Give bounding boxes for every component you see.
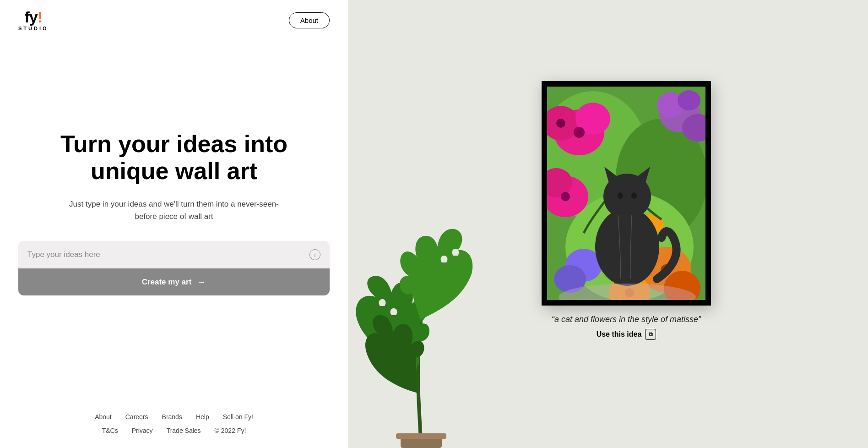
logo-subtitle: STUDIO bbox=[18, 26, 49, 31]
copyright: © 2022 Fy! bbox=[215, 427, 246, 434]
footer-links: About Careers Brands Help Sell on Fy! bbox=[18, 413, 330, 421]
svg-point-31 bbox=[618, 192, 623, 199]
footer-link-tcs[interactable]: T&Cs bbox=[102, 427, 118, 434]
left-panel: fy! STUDIO About Turn your ideas into un… bbox=[0, 0, 348, 448]
footer: About Careers Brands Help Sell on Fy! T&… bbox=[0, 404, 348, 448]
about-button[interactable]: About bbox=[289, 12, 330, 28]
idea-input[interactable] bbox=[27, 250, 309, 259]
footer-link-help[interactable]: Help bbox=[196, 413, 209, 421]
art-frame-container: “a cat and flowers in the style of matis… bbox=[542, 81, 711, 340]
create-button[interactable]: Create my art → bbox=[18, 268, 330, 295]
info-symbol: i bbox=[315, 251, 316, 258]
svg-rect-1 bbox=[396, 433, 446, 439]
svg-point-27 bbox=[595, 208, 659, 286]
info-icon[interactable]: i bbox=[309, 249, 320, 260]
create-button-label: Create my art bbox=[142, 278, 192, 287]
header: fy! STUDIO About bbox=[0, 0, 348, 40]
copy-icon: ⧉ bbox=[649, 331, 653, 338]
svg-point-14 bbox=[556, 119, 565, 128]
arrow-icon: → bbox=[197, 277, 206, 287]
footer-link-sell[interactable]: Sell on Fy! bbox=[223, 413, 253, 421]
logo: fy! STUDIO bbox=[18, 9, 49, 31]
svg-point-13 bbox=[574, 127, 585, 138]
hero-subtitle: Just type in your ideas and we'll turn t… bbox=[64, 198, 284, 223]
logo-mark: fy! bbox=[25, 9, 43, 25]
art-frame bbox=[542, 81, 711, 306]
footer-link-brands[interactable]: Brands bbox=[162, 413, 182, 421]
svg-point-17 bbox=[561, 192, 570, 201]
footer-link-trade[interactable]: Trade Sales bbox=[167, 427, 201, 434]
hero-title: Turn your ideas into unique wall art bbox=[46, 131, 302, 186]
right-panel: “a cat and flowers in the style of matis… bbox=[348, 0, 868, 448]
main-content: Turn your ideas into unique wall art Jus… bbox=[0, 40, 348, 404]
art-inner bbox=[547, 87, 705, 300]
use-idea-label: Use this idea bbox=[597, 330, 642, 339]
art-caption: “a cat and flowers in the style of matis… bbox=[542, 315, 711, 324]
svg-point-32 bbox=[631, 192, 637, 199]
footer-bottom: T&Cs Privacy Trade Sales © 2022 Fy! bbox=[18, 427, 330, 434]
input-section: i Create my art → bbox=[18, 241, 330, 295]
footer-link-privacy[interactable]: Privacy bbox=[132, 427, 153, 434]
plant-decoration bbox=[348, 219, 494, 448]
footer-link-careers[interactable]: Careers bbox=[125, 413, 148, 421]
input-wrapper: i bbox=[18, 241, 330, 268]
use-idea-button[interactable]: Use this idea ⧉ bbox=[542, 329, 711, 340]
use-idea-icon: ⧉ bbox=[645, 329, 656, 340]
footer-link-about[interactable]: About bbox=[95, 413, 112, 421]
svg-point-9 bbox=[678, 90, 700, 110]
